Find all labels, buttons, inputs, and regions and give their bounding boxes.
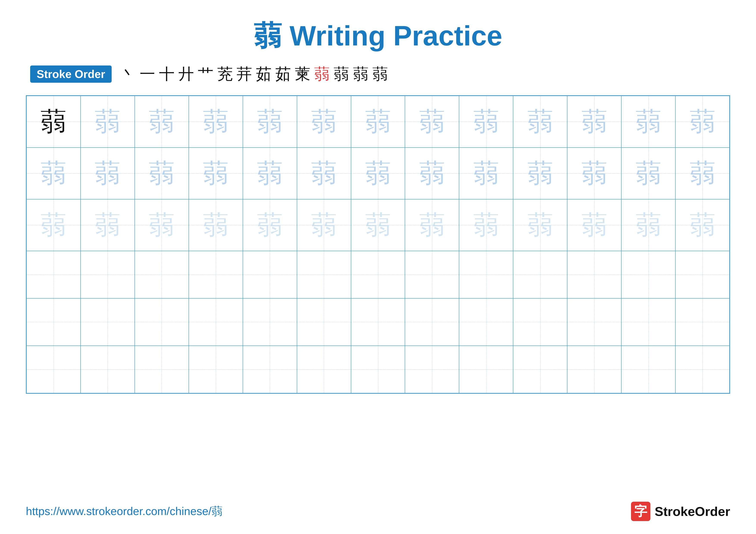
char-ghost: 蒻 bbox=[149, 109, 175, 135]
cell-r6-c2 bbox=[81, 346, 135, 393]
char-ghost: 蒻 bbox=[311, 109, 337, 135]
footer: https://www.strokeorder.com/chinese/蒻 字 … bbox=[26, 502, 730, 521]
cell-r5-c3 bbox=[135, 298, 189, 346]
char-ghost: 蒻 bbox=[527, 161, 553, 186]
footer-logo: 字 StrokeOrder bbox=[631, 502, 730, 521]
char-ghost: 蒻 bbox=[40, 161, 67, 186]
cell-r4-c11 bbox=[567, 251, 621, 298]
cell-r4-c5 bbox=[243, 251, 297, 298]
cell-r6-c6 bbox=[297, 346, 351, 393]
cell-r4-c10 bbox=[513, 251, 567, 298]
practice-row-5-blank bbox=[27, 298, 729, 346]
cell-r4-c12 bbox=[621, 251, 675, 298]
cell-r1-c10: 蒻 bbox=[513, 96, 567, 147]
stroke-13: 蒻 bbox=[353, 64, 368, 85]
cell-r1-c2: 蒻 bbox=[81, 96, 135, 147]
cell-r2-c13: 蒻 bbox=[675, 147, 729, 199]
brand-name: StrokeOrder bbox=[655, 504, 730, 519]
grid-table: 蒻 蒻 蒻 蒻 蒻 蒻 蒻 蒻 蒻 蒻 蒻 蒻 蒻 蒻 蒻 蒻 蒻 蒻 bbox=[26, 96, 730, 393]
char-ghost: 蒻 bbox=[149, 161, 175, 186]
stroke-12: 蒻 bbox=[334, 64, 349, 85]
cell-r1-c4: 蒻 bbox=[189, 96, 243, 147]
char-ghost-light: 蒻 bbox=[365, 212, 391, 238]
char-ghost-light: 蒻 bbox=[257, 212, 283, 238]
cell-r3-c1: 蒻 bbox=[27, 199, 81, 251]
cell-r2-c9: 蒻 bbox=[459, 147, 513, 199]
cell-r2-c4: 蒻 bbox=[189, 147, 243, 199]
cell-r6-c8 bbox=[405, 346, 459, 393]
cell-r3-c2: 蒻 bbox=[81, 199, 135, 251]
stroke-1: 丶 bbox=[120, 64, 136, 85]
cell-r5-c1 bbox=[27, 298, 81, 346]
char-ghost-light: 蒻 bbox=[689, 212, 716, 238]
footer-url[interactable]: https://www.strokeorder.com/chinese/蒻 bbox=[26, 504, 223, 519]
cell-r3-c8: 蒻 bbox=[405, 199, 459, 251]
stroke-6: 茺 bbox=[217, 64, 233, 85]
cell-r2-c2: 蒻 bbox=[81, 147, 135, 199]
char-ghost-light: 蒻 bbox=[635, 212, 662, 238]
char-ghost: 蒻 bbox=[365, 161, 391, 186]
cell-r2-c1: 蒻 bbox=[27, 147, 81, 199]
practice-row-1: 蒻 蒻 蒻 蒻 蒻 蒻 蒻 蒻 蒻 蒻 蒻 蒻 蒻 bbox=[27, 96, 729, 147]
cell-r6-c9 bbox=[459, 346, 513, 393]
cell-r4-c6 bbox=[297, 251, 351, 298]
stroke-2: 一 bbox=[140, 64, 155, 85]
cell-r6-c4 bbox=[189, 346, 243, 393]
char-ghost: 蒻 bbox=[311, 161, 337, 186]
cell-r5-c6 bbox=[297, 298, 351, 346]
title-char: 蒻 bbox=[254, 20, 282, 51]
stroke-8: 茹 bbox=[256, 64, 272, 85]
cell-r3-c7: 蒻 bbox=[351, 199, 405, 251]
char-ghost-light: 蒻 bbox=[203, 212, 229, 238]
cell-r5-c4 bbox=[189, 298, 243, 346]
cell-r5-c2 bbox=[81, 298, 135, 346]
cell-r6-c5 bbox=[243, 346, 297, 393]
cell-r5-c8 bbox=[405, 298, 459, 346]
char-ghost-light: 蒻 bbox=[419, 212, 445, 238]
cell-r2-c12: 蒻 bbox=[621, 147, 675, 199]
stroke-9: 茹 bbox=[275, 64, 291, 85]
cell-r3-c5: 蒻 bbox=[243, 199, 297, 251]
logo-icon: 字 bbox=[631, 502, 650, 521]
cell-r5-c13 bbox=[675, 298, 729, 346]
cell-r4-c2 bbox=[81, 251, 135, 298]
char-ghost: 蒻 bbox=[581, 109, 607, 135]
practice-row-4-blank bbox=[27, 251, 729, 298]
char-ghost: 蒻 bbox=[581, 161, 607, 186]
char-ghost: 蒻 bbox=[203, 109, 229, 135]
cell-r4-c3 bbox=[135, 251, 189, 298]
cell-r4-c8 bbox=[405, 251, 459, 298]
cell-r6-c7 bbox=[351, 346, 405, 393]
char-ghost: 蒻 bbox=[94, 109, 121, 135]
stroke-10: 萰 bbox=[295, 64, 310, 85]
cell-r1-c9: 蒻 bbox=[459, 96, 513, 147]
cell-r5-c9 bbox=[459, 298, 513, 346]
stroke-order-row: Stroke Order 丶 一 十 廾 艹 茺 茾 茹 茹 萰 蒻 蒻 蒻 蒻 bbox=[26, 64, 730, 85]
cell-r3-c4: 蒻 bbox=[189, 199, 243, 251]
char-ghost: 蒻 bbox=[473, 161, 499, 186]
char-ghost-light: 蒻 bbox=[527, 212, 553, 238]
char-ghost: 蒻 bbox=[419, 109, 445, 135]
cell-r3-c10: 蒻 bbox=[513, 199, 567, 251]
char-ghost: 蒻 bbox=[365, 109, 391, 135]
cell-r6-c11 bbox=[567, 346, 621, 393]
cell-r2-c10: 蒻 bbox=[513, 147, 567, 199]
char-ghost: 蒻 bbox=[257, 109, 283, 135]
stroke-order-badge: Stroke Order bbox=[30, 65, 112, 83]
cell-r6-c13 bbox=[675, 346, 729, 393]
stroke-4: 廾 bbox=[178, 64, 194, 85]
char-solid: 蒻 bbox=[40, 109, 67, 135]
char-ghost-light: 蒻 bbox=[473, 212, 499, 238]
cell-r3-c12: 蒻 bbox=[621, 199, 675, 251]
cell-r6-c10 bbox=[513, 346, 567, 393]
page-title: 蒻 Writing Practice bbox=[254, 17, 502, 55]
cell-r1-c6: 蒻 bbox=[297, 96, 351, 147]
cell-r4-c7 bbox=[351, 251, 405, 298]
cell-r1-c11: 蒻 bbox=[567, 96, 621, 147]
practice-row-2: 蒻 蒻 蒻 蒻 蒻 蒻 蒻 蒻 蒻 蒻 蒻 蒻 蒻 bbox=[27, 147, 729, 199]
cell-r6-c3 bbox=[135, 346, 189, 393]
char-ghost-light: 蒻 bbox=[94, 212, 121, 238]
stroke-3: 十 bbox=[159, 64, 175, 85]
cell-r2-c6: 蒻 bbox=[297, 147, 351, 199]
char-ghost: 蒻 bbox=[473, 109, 499, 135]
